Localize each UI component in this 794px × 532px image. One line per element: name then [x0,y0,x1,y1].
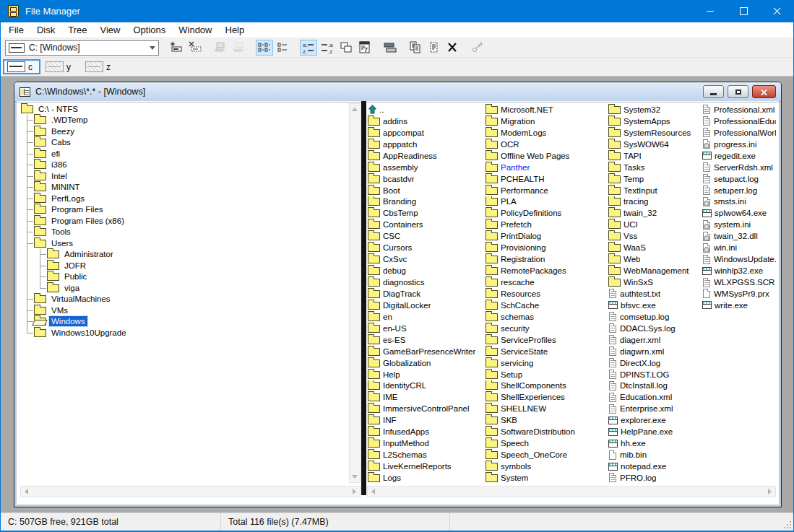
tree-item-viga[interactable]: viga [20,282,349,294]
menu-view[interactable]: View [93,25,126,35]
folder-item-offline-web-pages[interactable]: Offline Web Pages [485,150,608,162]
tree-item-administrator[interactable]: Administrator [20,249,349,261]
folder-item-microsoft-net[interactable]: Microsoft.NET [485,104,608,115]
folder-item-systemresources[interactable]: SystemResources [608,127,702,139]
folder-item-immersivecontrolpanel[interactable]: ImmersiveControlPanel [367,403,485,414]
minimize-button[interactable] [694,0,727,22]
file-item-setuperr-log[interactable]: setuperr.log [702,185,776,196]
menu-file[interactable]: File [2,25,30,35]
file-item-helppane-exe[interactable]: HelpPane.exe [608,426,702,437]
folder-item-globalization[interactable]: Globalization [367,357,485,369]
folder-item-twain-32[interactable]: twain_32 [608,207,702,219]
tree-item-program-files[interactable]: Program Files [20,204,349,216]
scroll-right-icon[interactable] [353,489,356,494]
folder-item-gamebarpresencewriter[interactable]: GameBarPresenceWriter [367,346,485,357]
file-horizontal-scrollbar[interactable] [367,486,776,497]
disconnect-net-drive-button[interactable] [186,40,204,56]
delete-button[interactable] [444,40,462,56]
folder-item-infusedapps[interactable]: InfusedApps [367,426,485,437]
folder-item-speech[interactable]: Speech [485,437,608,449]
file-item-mib-bin[interactable]: mib.bin [608,449,702,461]
sort-by-date-button[interactable]: 7 [356,40,374,56]
file-item-authtest-txt[interactable]: authtest.txt [608,288,702,300]
file-item-ddaclsys-log[interactable]: DDACLSys.log [608,323,702,334]
folder-item-system32[interactable]: System32 [608,104,702,115]
folder-item-help[interactable]: Help [367,369,485,380]
drive-button-z[interactable]: z [82,59,120,74]
folder-item-shellnew[interactable]: SHELLNEW [485,403,608,414]
tree-item-virtualmachines[interactable]: VirtualMachines [20,294,349,305]
file-item-regedit-exe[interactable]: regedit.exe [702,150,776,162]
file-item-wlxpgss-scr[interactable]: WLXPGSS.SCR [702,276,776,288]
drive-button-c[interactable]: c [3,59,40,74]
tree-item-cabs[interactable]: Cabs [20,137,349,149]
view-name-button[interactable] [256,40,273,56]
tree-item-windows[interactable]: Windows [20,316,349,328]
folder-item-tracing[interactable]: tracing [608,196,702,208]
folder-item-tapi[interactable]: TAPI [608,150,702,162]
tree-item-minint[interactable]: MININT [20,182,349,193]
menu-disk[interactable]: Disk [30,25,61,35]
menu-options[interactable]: Options [126,25,172,35]
folder-item-branding[interactable]: Branding [367,196,485,208]
folder-item-symbols[interactable]: symbols [485,461,608,472]
folder-item-ime[interactable]: IME [367,391,485,403]
folder-item-printdialog[interactable]: PrintDialog [485,230,608,242]
menu-window[interactable]: Window [172,25,218,35]
tree-item-c-ntfs[interactable]: C:\ - NTFS [20,103,349,115]
folder-item-appcompat[interactable]: appcompat [367,127,485,139]
file-item-twain-32-dll[interactable]: twain_32.dll [702,230,776,242]
close-button[interactable] [760,0,793,22]
folder-item-web[interactable]: Web [608,253,702,265]
folder-item-modemlogs[interactable]: ModemLogs [485,127,608,139]
file-item-pfro-log[interactable]: PFRO.log [608,472,702,483]
folder-item-serviceprofiles[interactable]: ServiceProfiles [485,334,608,346]
file-item-professionalworkstation-xml[interactable]: ProfessionalWorkstation.xml [702,127,776,139]
scroll-right-icon[interactable] [768,489,772,494]
folder-item-pchealth[interactable]: PCHEALTH [485,173,608,185]
folder-item-logs[interactable]: Logs [367,472,485,483]
folder-item-tasks[interactable]: Tasks [608,162,702,173]
file-item-setupact-log[interactable]: setupact.log [702,173,776,185]
folder-item-shellexperiences[interactable]: ShellExperiences [485,391,608,403]
file-item-professionaleducation-xml[interactable]: ProfessionalEducation.xml [702,115,776,127]
folder-item-debug[interactable]: debug [367,265,485,276]
folder-item-registration[interactable]: Registration [485,253,608,265]
folder-item-temp[interactable]: Temp [608,173,702,185]
folder-item-security[interactable]: security [485,323,608,334]
folder-item-vss[interactable]: Vss [608,230,702,242]
folder-item-inf[interactable]: INF [367,414,485,426]
sort-by-name-button[interactable]: a.z. [300,40,317,56]
menu-tree[interactable]: Tree [61,25,93,35]
folder-item-systemapps[interactable]: SystemApps [608,115,702,127]
file-item-diagwrn-xml[interactable]: diagwrn.xml [608,346,702,357]
folder-item-addins[interactable]: addins [367,115,485,127]
sort-by-type-button[interactable]: .a.z [319,40,336,56]
resize-grip[interactable] [785,522,791,528]
folder-item-digitallocker[interactable]: DigitalLocker [367,300,485,311]
connect-net-drive-button[interactable] [168,40,185,56]
folder-item-rescache[interactable]: rescache [485,276,608,288]
folder-item-policydefinitions[interactable]: PolicyDefinitions [485,207,608,219]
tree-item-wdtemp[interactable]: .WDTemp [20,115,349,126]
tree-horizontal-scrollbar[interactable] [20,486,361,497]
folder-item-boot[interactable]: Boot [367,185,485,196]
directory-window-titlebar[interactable]: C:\Windows\*.* - [Windows] [14,82,781,102]
tree-vertical-scrollbar[interactable] [349,103,361,483]
tree-item-program-files-x86[interactable]: Program Files (x86) [20,215,349,227]
child-restore-button[interactable] [728,85,748,98]
file-item-enterprise-xml[interactable]: Enterprise.xml [608,403,702,414]
folder-item-diagtrack[interactable]: DiagTrack [367,288,485,300]
file-item-explorer-exe[interactable]: explorer.exe [608,414,702,426]
drive-selector-dropdown[interactable]: C: [Windows] [5,40,159,56]
up-directory-item[interactable]: .. [367,104,485,115]
file-item-dtcinstall-log[interactable]: DtcInstall.log [608,380,702,392]
drive-button-y[interactable]: y [43,59,80,74]
folder-item-bcastdvr[interactable]: bcastdvr [367,173,485,185]
folder-item-containers[interactable]: Containers [367,219,485,230]
file-item-directx-log[interactable]: DirectX.log [608,357,702,369]
folder-item-syswow64[interactable]: SysWOW64 [608,139,702,150]
folder-item-performance[interactable]: Performance [485,185,608,196]
copy-button[interactable] [407,40,424,56]
folder-item-ocr[interactable]: OCR [485,139,608,150]
